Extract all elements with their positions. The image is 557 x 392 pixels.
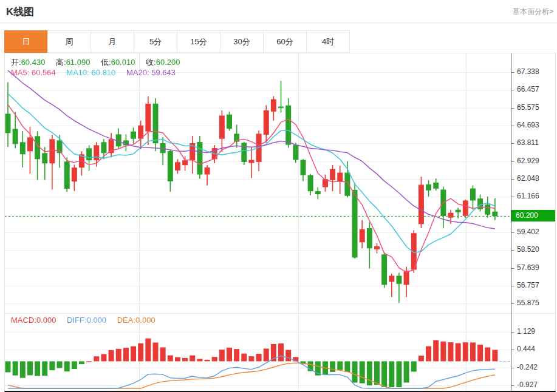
diff-value: 0.000	[87, 316, 107, 325]
fundamental-analysis-link[interactable]: 基本面分析>	[513, 7, 553, 17]
kline-widget: K线图 基本面分析> 日周月5分15分30分60分4时 67.33866.457…	[0, 0, 557, 392]
low-value: 60.010	[111, 58, 135, 67]
tab-4时[interactable]: 4时	[306, 30, 350, 53]
open-label: 开:	[11, 58, 21, 67]
ma5-label: MA5:	[11, 68, 29, 77]
ohlc-legend: 开:60.430 高:61.090 低:60.010 收:60.200	[11, 57, 188, 68]
close-value: 60.200	[156, 58, 180, 67]
ma20-label: MA20:	[126, 68, 149, 77]
price-axis-label: 61.166	[511, 192, 539, 200]
pane-separator	[5, 313, 555, 314]
price-axis: 67.33866.45765.57564.69363.81162.92962.0…	[511, 53, 555, 391]
macd-legend: MACD:0.000 DIFF:0.000 DEA:0.000	[11, 316, 164, 325]
chart-area: 67.33866.45765.57564.69363.81162.92962.0…	[4, 53, 556, 392]
tab-日[interactable]: 日	[4, 30, 48, 53]
macd-axis-label: -0.927	[511, 380, 538, 389]
price-axis-label: 55.875	[511, 299, 539, 307]
current-price-tag: 60.200	[511, 210, 555, 221]
dea-value: 0.000	[135, 316, 155, 325]
macd-canvas[interactable]	[5, 314, 510, 391]
macd-axis-label: 0.444	[511, 345, 535, 353]
candlestick-canvas[interactable]	[5, 53, 510, 313]
ma10-value: 60.810	[92, 68, 116, 77]
price-axis-label: 64.693	[511, 121, 539, 129]
tab-30分[interactable]: 30分	[220, 30, 264, 53]
macd-label: MACD:	[11, 316, 36, 325]
price-axis-label: 65.575	[511, 103, 539, 112]
price-axis-label: 56.757	[511, 281, 539, 289]
price-axis-label: 63.811	[511, 138, 539, 147]
tab-月[interactable]: 月	[91, 30, 134, 53]
low-label: 低:	[101, 58, 111, 67]
price-axis-label: 66.457	[511, 85, 539, 93]
diff-label: DIFF:	[67, 316, 87, 325]
header-divider	[0, 22, 557, 23]
price-axis-label: 59.402	[511, 228, 539, 236]
ma20-value: 59.643	[151, 68, 176, 77]
page-title: K线图	[6, 5, 34, 19]
high-label: 高:	[56, 58, 66, 67]
period-tabs: 日周月5分15分30分60分4时	[4, 30, 350, 53]
ma10-label: MA10:	[66, 68, 89, 77]
tab-周[interactable]: 周	[47, 30, 91, 53]
price-axis-label: 67.338	[511, 67, 539, 76]
macd-value: 0.000	[36, 316, 56, 325]
macd-axis-label: 1.129	[511, 327, 535, 336]
ma5-value: 60.564	[32, 68, 56, 77]
close-label: 收:	[146, 58, 156, 67]
tab-60分[interactable]: 60分	[263, 30, 307, 53]
high-value: 61.090	[66, 58, 91, 67]
tab-15分[interactable]: 15分	[177, 30, 220, 53]
dea-label: DEA:	[117, 316, 135, 325]
tab-5分[interactable]: 5分	[134, 30, 177, 53]
macd-axis-label: -0.242	[511, 363, 538, 371]
price-axis-label: 57.639	[511, 263, 539, 272]
price-axis-label: 58.520	[511, 245, 539, 254]
price-axis-label: 62.929	[511, 157, 539, 165]
ma-legend: MA5: 60.564 MA10: 60.810 MA20: 59.643	[11, 68, 184, 77]
open-value: 60.430	[21, 58, 46, 67]
price-axis-label: 62.048	[511, 174, 539, 183]
